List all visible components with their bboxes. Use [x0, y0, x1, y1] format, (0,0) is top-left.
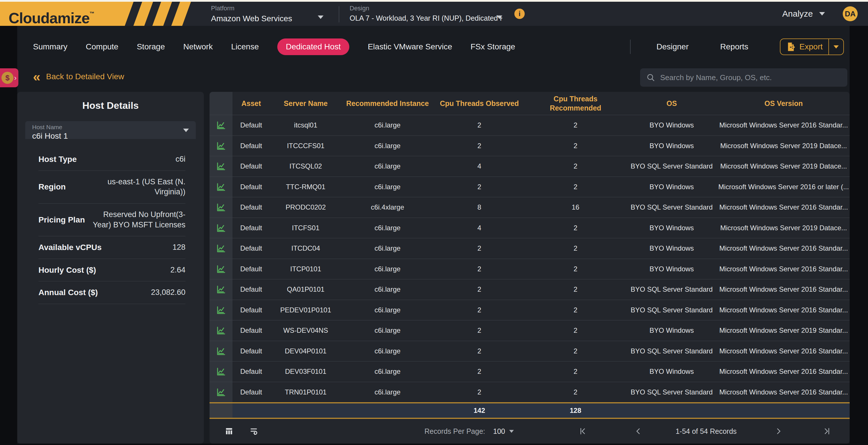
table-row[interactable]: Default ITCSQL02 c6i.large 4 2 BYO SQL S…	[210, 156, 849, 177]
line-chart-icon[interactable]	[216, 367, 226, 376]
line-chart-icon[interactable]	[216, 120, 226, 130]
table-row[interactable]: Default ITCFS01 c6i.large 4 2 BYO Window…	[210, 218, 849, 238]
tab-license[interactable]: License	[231, 42, 259, 51]
line-chart-icon[interactable]	[216, 243, 226, 253]
table-row[interactable]: Default ITCCCFS01 c6i.large 2 2 BYO Wind…	[210, 136, 849, 156]
line-chart-icon[interactable]	[216, 223, 226, 233]
table-row[interactable]: Default itcsql01 c6i.large 2 2 BYO Windo…	[210, 115, 849, 136]
column-header-cpu-threads-observed[interactable]: Cpu Threads Observed	[433, 99, 525, 108]
next-page-icon[interactable]	[774, 427, 783, 436]
line-chart-icon[interactable]	[216, 182, 226, 192]
field-label: Region	[38, 182, 66, 191]
table-row[interactable]: Default ITCDC04 c6i.large 2 2 BYO Window…	[210, 238, 849, 259]
cell-os: BYO Windows	[626, 265, 718, 273]
line-chart-icon[interactable]	[216, 161, 226, 171]
cell-asset: Default	[232, 224, 270, 232]
info-icon[interactable]: i	[515, 9, 525, 19]
tab-storage[interactable]: Storage	[136, 42, 165, 51]
cell-asset: Default	[232, 286, 270, 293]
line-chart-icon[interactable]	[216, 326, 226, 335]
double-chevron-left-icon: «	[33, 70, 40, 83]
table-row[interactable]: Default TRN01P0101 c6i.large 2 2 BYO SQL…	[210, 382, 849, 403]
table-row[interactable]: Default DEV04P0101 c6i.large 2 2 BYO SQL…	[210, 341, 849, 361]
column-header-server-name[interactable]: Server Name	[270, 99, 342, 108]
table-row[interactable]: Default ITCP0101 c6i.large 2 2 BYO Windo…	[210, 259, 849, 279]
tab-summary[interactable]: Summary	[33, 42, 67, 51]
platform-select[interactable]: Platform Amazon Web Services	[211, 5, 323, 23]
cell-server-name: ITCFS01	[270, 224, 342, 232]
design-select[interactable]: Design OLA 7 - Workload, 3 Year RI (NUP)…	[350, 5, 502, 22]
line-chart-icon[interactable]	[216, 305, 226, 315]
cell-server-name: TRN01P0101	[270, 388, 342, 396]
cell-server-name: PRODC0202	[270, 203, 342, 211]
line-chart-icon[interactable]	[216, 264, 226, 274]
cell-recommended-instance: c6i.large	[342, 162, 433, 170]
column-header-os-version[interactable]: OS Version	[718, 99, 849, 108]
total-cpu-threads-observed: 142	[433, 407, 525, 415]
cell-os: BYO SQL Server Standard	[626, 388, 718, 396]
tab-fsx-storage[interactable]: FSx Storage	[470, 42, 515, 51]
first-page-icon[interactable]	[578, 427, 587, 436]
view-columns-icon[interactable]	[224, 426, 234, 436]
cell-cpu-threads-recommended: 2	[525, 326, 626, 334]
wrap-text-icon[interactable]	[249, 426, 258, 436]
cell-os-version: Microsoft Windows Server 2016 Standar...	[718, 388, 849, 396]
tab-compute[interactable]: Compute	[86, 42, 119, 51]
cell-asset: Default	[232, 203, 270, 211]
search-input[interactable]	[660, 73, 841, 82]
export-button[interactable]: Export	[780, 38, 844, 55]
cloudamize-logo[interactable]: Cloudamize™	[9, 2, 94, 26]
line-chart-icon[interactable]	[216, 346, 226, 356]
line-chart-icon[interactable]	[216, 141, 226, 151]
tab-elastic-vmware-service[interactable]: Elastic VMware Service	[368, 42, 452, 51]
cell-server-name: ITCCCFS01	[270, 142, 342, 150]
reports-link[interactable]: Reports	[720, 42, 748, 51]
totals-icon-cell	[210, 404, 232, 418]
column-header-os[interactable]: OS	[626, 99, 718, 108]
back-to-detailed-view[interactable]: « Back to Detailed View	[33, 69, 124, 84]
last-page-icon[interactable]	[823, 427, 831, 436]
table-row[interactable]: Default WS-DEV04NS c6i.large 2 2 BYO Win…	[210, 320, 849, 341]
search-icon	[646, 73, 655, 82]
table-row[interactable]: Default PEDEV01P0101 c6i.large 2 2 BYO S…	[210, 300, 849, 320]
table-row[interactable]: Default TTC-RMQ01 c6i.large 2 2 BYO Wind…	[210, 177, 849, 197]
tab-dedicated-host[interactable]: Dedicated Host	[277, 38, 349, 55]
host-detail-row: Pricing PlanReserved No Upfront(3-Year) …	[38, 204, 185, 236]
cell-recommended-instance: c6i.large	[342, 224, 433, 232]
analyze-menu[interactable]: Analyze	[782, 2, 825, 26]
cell-os: BYO Windows	[626, 244, 718, 253]
column-header-asset[interactable]: Asset	[232, 99, 270, 108]
line-chart-icon[interactable]	[216, 285, 226, 294]
designer-link[interactable]: Designer	[656, 42, 689, 51]
table-row[interactable]: Default QA01P0101 c6i.large 2 2 BYO SQL …	[210, 279, 849, 300]
cell-cpu-threads-recommended: 2	[525, 265, 626, 273]
column-header-recommended-instance[interactable]: Recommended Instance	[342, 99, 433, 108]
chevron-right-icon: ›	[14, 73, 17, 82]
field-label: Hourly Cost ($)	[38, 266, 96, 275]
cell-recommended-instance: c6i.large	[342, 142, 433, 150]
avatar[interactable]: DA	[843, 6, 858, 21]
host-detail-row: Hourly Cost ($)2.64	[38, 259, 185, 281]
table-row[interactable]: Default PRODC0202 c6i.4xlarge 8 16 BYO S…	[210, 197, 849, 218]
host-detail-row: Host Typec6i	[38, 148, 185, 171]
cell-asset: Default	[232, 162, 270, 170]
cell-cpu-threads-observed: 2	[433, 265, 525, 273]
previous-page-icon[interactable]	[634, 427, 642, 436]
cell-os: BYO Windows	[626, 121, 718, 129]
currency-flyout-tab[interactable]: $ ›	[0, 68, 19, 87]
nav-right: Designer Reports Export	[630, 38, 844, 55]
line-chart-icon[interactable]	[216, 202, 226, 212]
platform-select-label: Platform	[211, 5, 323, 12]
export-dropdown-toggle[interactable]	[829, 46, 843, 49]
line-chart-icon[interactable]	[216, 387, 226, 397]
cell-cpu-threads-recommended: 2	[525, 388, 626, 396]
host-name-select[interactable]: Host Name c6i Host 1	[25, 121, 196, 139]
column-header-cpu-threads-recommended[interactable]: Cpu Threads Recommended	[525, 94, 626, 113]
table-row[interactable]: Default DEV03F0101 c6i.large 2 2 BYO Win…	[210, 361, 849, 382]
cell-os: BYO SQL Server Standard	[626, 162, 718, 170]
cell-os: BYO Windows	[626, 367, 718, 376]
records-per-page-select[interactable]: 100	[493, 427, 514, 436]
cell-asset: Default	[232, 306, 270, 314]
tab-network[interactable]: Network	[183, 42, 213, 51]
cell-server-name: DEV03F0101	[270, 367, 342, 376]
